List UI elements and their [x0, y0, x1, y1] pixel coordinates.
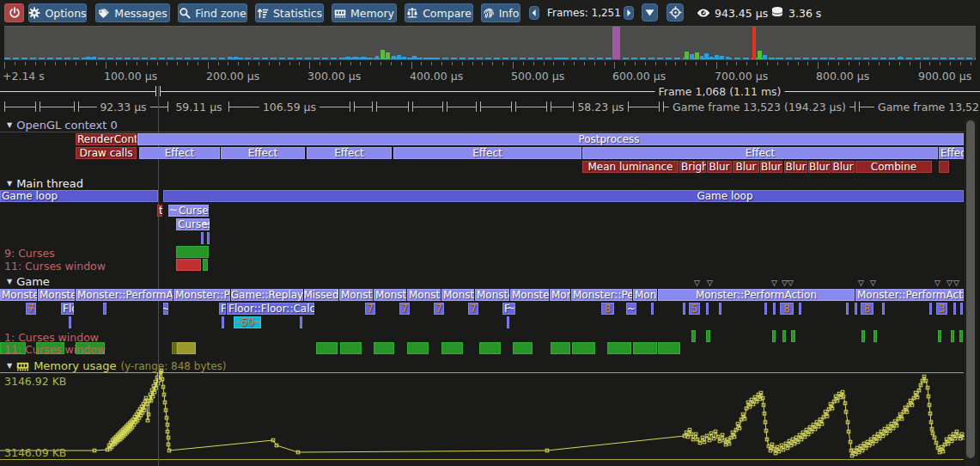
timeline-zone[interactable]: [176, 246, 209, 258]
timeline-zone[interactable]: Game::Replay: [231, 289, 303, 301]
thread-header-opengl[interactable]: ▼OpenGL context 0: [7, 119, 118, 132]
timeline-zone[interactable]: [633, 342, 657, 354]
timeline-zone[interactable]: 8: [861, 303, 873, 315]
timeline-zone[interactable]: [479, 342, 501, 354]
timeline-zone[interactable]: ~50~: [234, 316, 261, 328]
timeline-zone[interactable]: Monster::PerformAction: [510, 289, 549, 301]
timeline-zone[interactable]: [222, 316, 224, 328]
timeline-zone[interactable]: [607, 342, 631, 354]
timeline-zone[interactable]: Draw calls: [76, 147, 137, 159]
timeline-zone[interactable]: [953, 303, 956, 315]
find-zone-button[interactable]: Find zone: [178, 3, 247, 22]
timeline-zone[interactable]: [316, 342, 338, 354]
timeline-zone[interactable]: Blur: [831, 161, 855, 173]
timeline-zone[interactable]: Monster::PerformAction: [407, 289, 441, 301]
message-marker-icon[interactable]: ▽: [858, 279, 864, 286]
timeline-zone[interactable]: [103, 303, 107, 315]
timeline-zone[interactable]: Monster::PerformAction: [633, 289, 657, 301]
timeline-zone[interactable]: Combine: [855, 161, 932, 173]
timeline-zone[interactable]: Missed: [304, 289, 338, 301]
timeline-zone[interactable]: Effect: [221, 147, 305, 159]
timeline-zone[interactable]: 7: [434, 303, 444, 315]
timeline-zone[interactable]: Monster::PerformAction: [658, 289, 855, 301]
timeline-zone[interactable]: Blur: [707, 161, 732, 173]
timeline-zone[interactable]: [203, 259, 208, 271]
timeline-zone[interactable]: [791, 330, 795, 342]
timeline-zone[interactable]: [929, 303, 932, 315]
statistics-button[interactable]: Statistics: [255, 3, 324, 22]
timeline-zone[interactable]: [407, 342, 429, 354]
message-marker-icon[interactable]: ▽: [934, 279, 940, 286]
timeline-zone[interactable]: ~: [626, 303, 636, 315]
timeline-zone[interactable]: [572, 342, 595, 354]
timeline-zone[interactable]: ~Curses window: [168, 205, 209, 217]
timeline-zone[interactable]: Monster::PerformAction: [38, 289, 75, 301]
timeline-zone[interactable]: Blur: [760, 161, 782, 173]
timeline-zone[interactable]: [706, 303, 709, 315]
power-button[interactable]: [4, 3, 24, 22]
prev-frame-button[interactable]: [529, 6, 539, 20]
timeline-zone[interactable]: [782, 330, 786, 342]
timeline-zone[interactable]: 8: [780, 303, 794, 315]
timeline-zone[interactable]: [374, 342, 394, 354]
timeline-zone[interactable]: Monster::PerformAction: [339, 289, 373, 301]
message-marker-icon[interactable]: ▽: [771, 279, 777, 286]
timeline-zone[interactable]: [340, 342, 362, 354]
timeline-zone[interactable]: ~: [163, 303, 168, 315]
timeline-zone[interactable]: [177, 342, 196, 354]
timeline-zone[interactable]: [882, 303, 885, 315]
timeline-zone[interactable]: [764, 303, 767, 315]
collapse-triangle-icon[interactable]: ▼: [7, 278, 12, 286]
frame-time-graph[interactable]: [4, 26, 976, 60]
timeline-zone[interactable]: [507, 316, 509, 328]
timeline-zone[interactable]: ti: [157, 205, 162, 217]
timeline-zone[interactable]: 7: [399, 303, 410, 315]
timeline-zone[interactable]: Effect: [139, 147, 220, 159]
collapse-triangle-icon[interactable]: ▼: [7, 180, 12, 188]
timeline-zone[interactable]: Effect: [939, 147, 964, 159]
timeline-zone[interactable]: [939, 161, 949, 173]
timeline-zone[interactable]: [551, 342, 570, 354]
timeline-zone[interactable]: Effect: [582, 147, 938, 159]
timeline-zone[interactable]: Monster::PerformAction: [550, 289, 570, 301]
options-button[interactable]: Options: [28, 3, 87, 22]
timeline-zone[interactable]: Monster::PerformAction: [76, 289, 173, 301]
timeline-zone[interactable]: Monster::PerformAction: [855, 289, 964, 301]
message-marker-icon[interactable]: ▽: [870, 279, 876, 286]
timeline-zone[interactable]: Monster::PerformAction: [475, 289, 509, 301]
memory-section-header[interactable]: ▼Memory usage(y-range: 848 bytes): [7, 359, 227, 372]
timeline-zone[interactable]: [176, 259, 201, 271]
timeline-zone[interactable]: [960, 303, 963, 315]
timeline-zone[interactable]: RenderContext: [76, 133, 137, 145]
timeline-zone[interactable]: [938, 330, 941, 342]
timeline-zone[interactable]: [846, 303, 849, 315]
collapse-triangle-icon[interactable]: ▼: [7, 121, 12, 130]
timeline-zone[interactable]: Game loop: [163, 190, 964, 202]
collapse-triangle-icon[interactable]: ▼: [7, 362, 12, 371]
next-frame-button[interactable]: [624, 6, 634, 20]
timeline-zone[interactable]: ~7: [26, 303, 36, 315]
info-button[interactable]: Info: [481, 3, 520, 22]
timeline-zone[interactable]: [951, 330, 954, 342]
thread-header-game[interactable]: ▼Game: [7, 275, 50, 288]
timeline-zone[interactable]: [651, 303, 654, 315]
timeline-zone[interactable]: [959, 330, 963, 342]
compare-button[interactable]: Compare: [405, 3, 473, 22]
timeline-zone[interactable]: [69, 316, 71, 328]
thread-header-main[interactable]: ▼Main thread: [7, 177, 83, 190]
timeline-zone[interactable]: [201, 232, 204, 244]
timeline-zone[interactable]: Mean luminance: [582, 161, 679, 173]
timeline-zone[interactable]: Game loop: [0, 190, 158, 202]
messages-button[interactable]: Messages: [95, 3, 170, 22]
timeline-zone[interactable]: [772, 330, 776, 342]
timeline-zone[interactable]: Monster::PerformAction: [173, 289, 230, 301]
timeline-zone[interactable]: [513, 342, 533, 354]
message-marker-icon[interactable]: ▽: [947, 279, 953, 286]
timeline-zone[interactable]: [207, 232, 210, 244]
timeline-zone[interactable]: Brightness: [679, 161, 706, 173]
timeline-zone[interactable]: [855, 303, 857, 315]
timeline-zone[interactable]: F: [219, 303, 226, 315]
timeline-zone[interactable]: 3: [936, 303, 947, 315]
timeline-zone[interactable]: Monster::PerformAction: [0, 289, 37, 301]
timeline-zone[interactable]: Effect: [393, 147, 581, 159]
